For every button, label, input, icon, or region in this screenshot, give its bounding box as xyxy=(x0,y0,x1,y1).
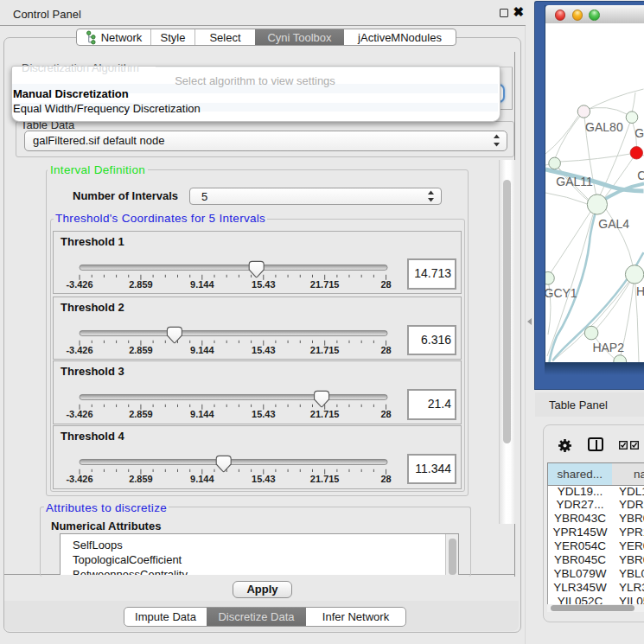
svg-text:21.715: 21.715 xyxy=(310,345,340,355)
svg-text:15.43: 15.43 xyxy=(252,474,276,484)
svg-text:2.859: 2.859 xyxy=(129,409,153,419)
svg-text:21.715: 21.715 xyxy=(310,278,340,289)
svg-text:15.43: 15.43 xyxy=(252,409,276,419)
svg-text:-3.426: -3.426 xyxy=(66,474,92,484)
svg-text:GCY1: GCY1 xyxy=(545,286,577,300)
svg-text:GAL11: GAL11 xyxy=(556,175,593,188)
svg-text:21.715: 21.715 xyxy=(310,409,340,419)
svg-text:-3.426: -3.426 xyxy=(66,409,92,419)
svg-text:28: 28 xyxy=(380,409,391,419)
svg-text:15.43: 15.43 xyxy=(252,345,276,355)
svg-text:28: 28 xyxy=(380,278,391,289)
svg-text:28: 28 xyxy=(380,345,391,355)
svg-text:9.144: 9.144 xyxy=(190,409,214,419)
svg-text:-3.426: -3.426 xyxy=(66,278,92,289)
svg-text:9.144: 9.144 xyxy=(190,474,214,484)
svg-text:CY: CY xyxy=(637,169,644,182)
svg-text:GAL4: GAL4 xyxy=(598,217,629,231)
svg-text:9.144: 9.144 xyxy=(190,345,214,355)
svg-text:15.43: 15.43 xyxy=(252,278,276,289)
svg-text:HAP2: HAP2 xyxy=(592,341,624,354)
svg-text:HI: HI xyxy=(636,284,644,298)
svg-text:-3.426: -3.426 xyxy=(66,345,92,355)
svg-text:GA: GA xyxy=(634,126,644,140)
svg-text:2.859: 2.859 xyxy=(129,278,153,289)
svg-text:2.859: 2.859 xyxy=(129,474,153,484)
svg-text:GAL80: GAL80 xyxy=(585,120,623,134)
svg-text:28: 28 xyxy=(380,474,391,484)
svg-text:9.144: 9.144 xyxy=(190,278,214,289)
svg-text:2.859: 2.859 xyxy=(129,345,153,355)
svg-text:21.715: 21.715 xyxy=(310,474,340,484)
